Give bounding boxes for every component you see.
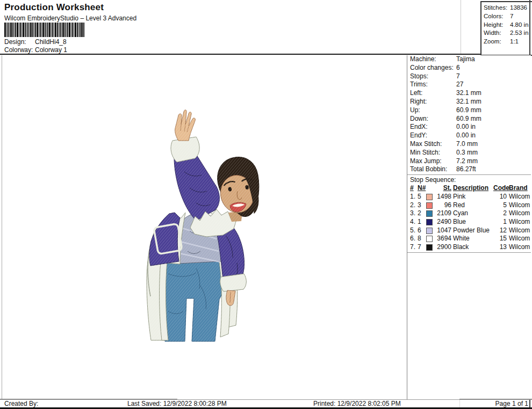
stop-sequence-row: 6.83694White15Wilcom (407, 235, 531, 243)
figure-head (214, 154, 264, 221)
footer-segment-right (459, 399, 532, 399)
machine-info-row: Min Stitch:0.3 mm (407, 149, 531, 157)
stop-sequence-title: Stop Sequence: (407, 176, 531, 184)
figure-sleeve-raised (174, 154, 219, 221)
software-subtitle: Wilcom EmbroideryStudio – Level 3 Advanc… (4, 14, 136, 22)
printed-text: Printed: 12/9/2022 8:02:05 PM (313, 400, 401, 407)
stop-sequence-row: 7.72900Black13Wilcom (407, 243, 531, 252)
header-divider-line (0, 54, 531, 55)
stop-sequence-row: 1.51498Pink10Wilcom (407, 193, 531, 201)
machine-info-row: Color changes:6 (407, 64, 531, 72)
thread-color-swatch (426, 228, 433, 234)
machine-info-row: Total Bobbin:86.27ft (407, 165, 531, 174)
stop-sequence-top-separator (407, 174, 531, 175)
created-by-label: Created By: (4, 400, 38, 407)
colorway-row: Colorway: Colorway 1 (4, 46, 67, 54)
machine-info-row: Trims:27 (407, 81, 531, 89)
machine-info-row: Left:32.1 mm (407, 89, 531, 98)
col-needle: N# (418, 184, 426, 193)
col-num: # (410, 184, 418, 193)
machine-info-row: Up:60.9 mm (407, 106, 531, 115)
summary-row: Stitches:13836 (484, 4, 532, 12)
machine-info-row: Max Jump:7.2 mm (407, 157, 531, 166)
page-title: Production Worksheet (4, 2, 104, 13)
design-barcode (4, 23, 85, 37)
machine-info-row: Machine:Tajima (407, 55, 531, 64)
thread-color-swatch (426, 244, 433, 251)
col-brand: Brand (507, 184, 530, 193)
machine-info-row: EndX:0.00 in (407, 123, 531, 132)
figure-jeans (163, 258, 225, 341)
header-vertical-separator (461, 0, 461, 54)
page-number: Page 1 of 1 (495, 400, 528, 407)
stop-sequence-row: 3.22109Cyan2Wilcom (407, 209, 531, 218)
stop-sequence-bottom-separator (407, 252, 531, 253)
footer-segment-left (0, 399, 177, 399)
figure-raised-arm (171, 110, 219, 221)
thread-color-swatch (426, 202, 433, 209)
colorway-value: Colorway 1 (35, 46, 67, 54)
design-preview (136, 107, 265, 346)
figure-fur-cuff-right (220, 274, 247, 291)
page-left-border (2, 55, 2, 400)
stop-sequence-row: 5.61047Powder Blue12Wilcom (407, 227, 531, 235)
col-description: Description (451, 184, 493, 193)
summary-row: Colors:7 (484, 12, 532, 21)
summary-row: Height:4.80 in (484, 21, 532, 30)
stop-sequence-row: 2.396Red5Wilcom (407, 201, 531, 210)
design-label: Design: (4, 38, 35, 46)
machine-info-row: Max Stitch:7.0 mm (407, 140, 531, 149)
stop-sequence-row: 4.12490Blue1Wilcom (407, 218, 531, 227)
col-stitches: St. (434, 184, 451, 193)
machine-info-row: Down:60.9 mm (407, 115, 531, 123)
colorway-label: Colorway: (4, 46, 35, 54)
machine-info-row: EndY:0.00 in (407, 132, 531, 140)
footer-cell-separator (459, 400, 460, 407)
production-worksheet-page: { "header": { "title": "Production Works… (0, 0, 532, 409)
summary-row: Zoom:1:1 (484, 38, 532, 46)
thread-color-swatch (426, 219, 433, 225)
thread-color-swatch (426, 194, 433, 200)
thread-color-swatch (426, 210, 433, 217)
stop-sequence-header-row: # N# St. Description Code Brand (407, 184, 531, 193)
figure-jacket-left (149, 213, 182, 266)
design-value: ChildHi4_8 (35, 38, 67, 46)
machine-info-panel: Machine:Tajima Color changes:6 Stops:7 T… (407, 55, 531, 400)
machine-info-row: Right:32.1 mm (407, 98, 531, 106)
thread-color-swatch (426, 236, 433, 242)
figure-hand-raised (175, 110, 196, 141)
summary-row: Width:2.53 in (484, 29, 532, 38)
last-saved-text: Last Saved: 12/9/2022 8:00:28 PM (127, 400, 227, 407)
col-code: Code (493, 184, 507, 193)
design-summary-box: Stitches:13836 Colors:7 Height:4.80 in W… (480, 1, 532, 56)
design-name-row: Design: ChildHi4_8 (4, 38, 67, 46)
machine-info-row: Stops:7 (407, 72, 531, 81)
footer-top-line (0, 399, 532, 400)
